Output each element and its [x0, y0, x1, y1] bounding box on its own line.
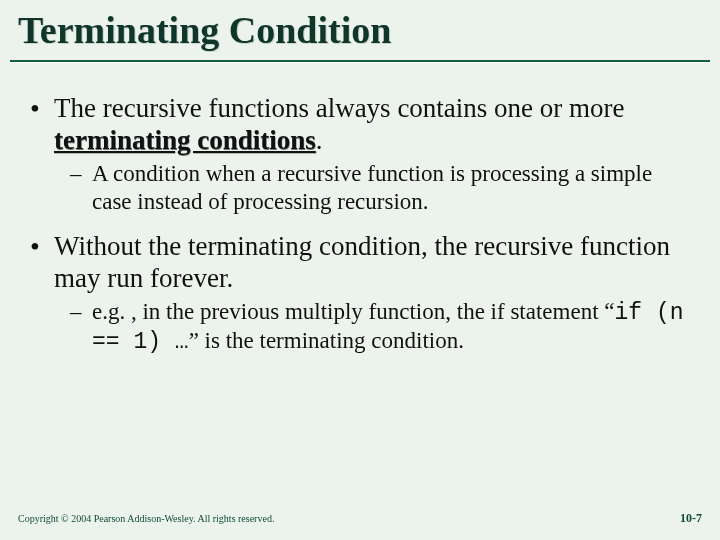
bullet-2: • Without the terminating condition, the…	[30, 230, 690, 294]
bullet-2-text: Without the terminating condition, the r…	[54, 230, 690, 294]
footer: Copyright © 2004 Pearson Addison-Wesley.…	[18, 511, 702, 526]
sub-dash: –	[70, 160, 92, 216]
sub-bullet-2: – e.g. , in the previous multiply functi…	[70, 298, 690, 356]
bullet-dot: •	[30, 92, 54, 156]
bullet-1-part2: .	[316, 125, 323, 155]
sub2-part1: e.g. , in the previous multiply function…	[92, 299, 615, 324]
sub-bullet-1-text: A condition when a recursive function is…	[92, 160, 690, 216]
slide-content: • The recursive functions always contain…	[0, 62, 720, 356]
bullet-1-part1: The recursive functions always contains …	[54, 93, 625, 123]
sub-bullet-2-text: e.g. , in the previous multiply function…	[92, 298, 690, 356]
bullet-1-bold: terminating conditions	[54, 125, 316, 155]
bullet-1: • The recursive functions always contain…	[30, 92, 690, 156]
sub-bullet-1: – A condition when a recursive function …	[70, 160, 690, 216]
bullet-1-text: The recursive functions always contains …	[54, 92, 690, 156]
page-title: Terminating Condition	[18, 8, 702, 52]
sub-dash: –	[70, 298, 92, 356]
page-number: 10-7	[680, 511, 702, 526]
copyright-text: Copyright © 2004 Pearson Addison-Wesley.…	[18, 513, 274, 524]
bullet-dot: •	[30, 230, 54, 294]
sub2-part2: ” is the terminating condition.	[189, 328, 464, 353]
